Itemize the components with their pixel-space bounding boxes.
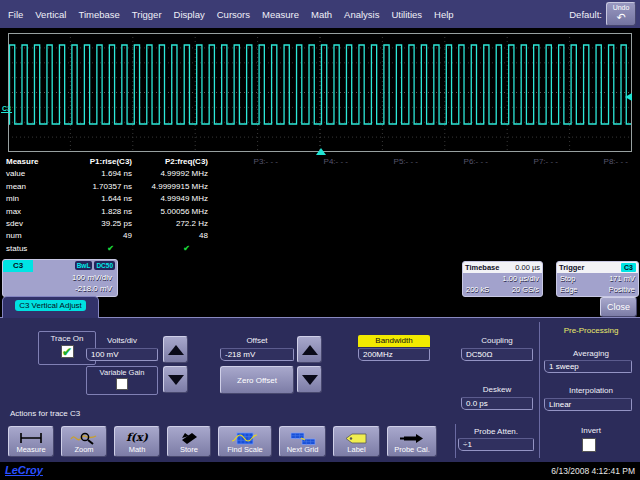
measure-table: MeasureP1:rise(C3)P2:freq(C3)P3:- - -P4:…	[6, 156, 638, 255]
undo-icon: ↶	[616, 12, 625, 23]
label-button[interactable]: Label	[333, 426, 380, 457]
measure-value	[496, 230, 566, 242]
probe-atten-field[interactable]: ÷1	[458, 438, 534, 451]
trigger-level: 171 mV	[609, 273, 635, 284]
offset-field[interactable]: -218 mV	[220, 348, 294, 361]
measure-row-label: sdev	[6, 218, 64, 230]
variable-gain-group: Variable Gain	[86, 366, 158, 395]
math-button[interactable]: f(x) Math	[114, 426, 160, 457]
volts-div-decrease-button[interactable]	[163, 366, 188, 393]
measure-value	[216, 193, 286, 205]
c3-name-chip: C3	[3, 260, 33, 272]
measure-icon	[17, 431, 45, 445]
measure-col-header-p6[interactable]: P6:- - -	[426, 156, 496, 168]
invert-label: Invert	[556, 426, 626, 435]
arrow-up-icon	[302, 345, 318, 355]
trigger-box[interactable]: Trigger C3 Stop 171 mV Edge Positive	[556, 261, 639, 297]
menu-measure[interactable]: Measure	[262, 9, 299, 20]
measure-status	[566, 243, 636, 255]
store-button-label: Store	[180, 445, 198, 454]
measure-col-header-p8[interactable]: P8:- - -	[566, 156, 636, 168]
zoom-button[interactable]: Zoom	[61, 426, 107, 457]
menu-vertical[interactable]: Vertical	[35, 9, 66, 20]
menu-utilities[interactable]: Utilities	[391, 9, 422, 20]
trigger-body: Stop 171 mV Edge Positive	[557, 273, 638, 295]
trigger-header: Trigger C3	[557, 262, 638, 273]
volts-div-increase-button[interactable]	[163, 336, 188, 363]
next-grid-button[interactable]: Next Grid	[279, 426, 326, 457]
volts-div-field[interactable]: 100 mV	[86, 348, 158, 361]
store-button[interactable]: Store	[167, 426, 211, 457]
variable-gain-checkbox[interactable]	[116, 378, 128, 390]
c3-trace	[8, 45, 632, 124]
menu-timebase[interactable]: Timebase	[78, 9, 119, 20]
c3-descriptor-box[interactable]: C3 BwL DC50 100 mV/div -218.0 mV	[2, 259, 118, 297]
averaging-field[interactable]: 1 sweep	[544, 360, 632, 373]
volts-div-label: Volts/div	[86, 336, 158, 345]
measure-col-header-p3[interactable]: P3:- - -	[216, 156, 286, 168]
measure-status	[216, 243, 286, 255]
timebase-box[interactable]: Timebase 0.00 µs 1.00 µs/div 200 kS 20 G…	[462, 261, 543, 297]
probe-cal-button[interactable]: Probe Cal.	[387, 426, 437, 457]
trigger-position-marker[interactable]	[316, 148, 326, 155]
measure-col-header-p7[interactable]: P7:- - -	[496, 156, 566, 168]
menu-help[interactable]: Help	[434, 9, 454, 20]
bandwidth-field[interactable]: 200MHz	[358, 348, 430, 361]
measure-status: ✔	[64, 243, 140, 255]
c3-channel-marker[interactable]: C3	[1, 105, 12, 113]
tab-label: C3 Vertical Adjust	[15, 300, 86, 311]
measure-value	[566, 230, 636, 242]
close-button[interactable]: Close	[600, 297, 637, 317]
timebase-rate: 20 GS/s	[512, 284, 539, 295]
check-icon: ✔	[62, 347, 72, 357]
status-bar: LeCroy 6/13/2008 4:12:41 PM	[0, 462, 640, 480]
menu-trigger[interactable]: Trigger	[132, 9, 162, 20]
label-icon	[343, 431, 371, 445]
measure-value	[356, 168, 426, 180]
measure-col-header-p5[interactable]: P5:- - -	[356, 156, 426, 168]
measure-value: 1.644 ns	[64, 193, 140, 205]
offset-decrease-button[interactable]	[297, 366, 322, 393]
measure-value: 1.694 ns	[64, 168, 140, 180]
deskew-field[interactable]: 0.0 ps	[461, 397, 533, 410]
coupling-field[interactable]: DC50Ω	[461, 348, 533, 361]
undo-button[interactable]: Undo ↶	[606, 2, 636, 26]
offset-increase-button[interactable]	[297, 336, 322, 363]
timebase-body: 1.00 µs/div 200 kS 20 GS/s	[463, 273, 542, 295]
trace-on-checkbox[interactable]: ✔	[61, 345, 74, 358]
trigger-slope: Positive	[609, 284, 635, 295]
menu-math[interactable]: Math	[311, 9, 332, 20]
measure-value	[566, 168, 636, 180]
menu-cursors[interactable]: Cursors	[217, 9, 250, 20]
probe-cal-icon	[398, 431, 426, 445]
find-scale-button-label: Find Scale	[227, 445, 262, 454]
measure-value	[216, 206, 286, 218]
find-scale-icon	[230, 431, 260, 445]
preprocessing-title: Pre-Processing	[545, 326, 637, 335]
menu-file[interactable]: File	[8, 9, 23, 20]
measure-value	[356, 206, 426, 218]
measure-col-header-p1[interactable]: P1:rise(C3)	[64, 156, 140, 168]
measure-value	[286, 218, 356, 230]
tab-c3-vertical-adjust[interactable]: C3 Vertical Adjust	[2, 296, 99, 318]
menu-display[interactable]: Display	[174, 9, 205, 20]
toolbar-divider	[455, 424, 456, 458]
lecroy-logo[interactable]: LeCroy	[5, 464, 43, 476]
timebase-scale: 1.00 µs/div	[463, 273, 542, 284]
measure-col-header-p4[interactable]: P4:- - -	[286, 156, 356, 168]
oscilloscope-screen: FileVerticalTimebaseTriggerDisplayCursor…	[0, 0, 640, 480]
menu-items: FileVerticalTimebaseTriggerDisplayCursor…	[0, 9, 454, 20]
measure-value	[356, 193, 426, 205]
measure-value	[286, 193, 356, 205]
menu-analysis[interactable]: Analysis	[344, 9, 379, 20]
measure-row-label: min	[6, 193, 64, 205]
measure-col-header-p2[interactable]: P2:freq(C3)	[140, 156, 216, 168]
interpolation-field[interactable]: Linear	[544, 398, 632, 411]
zero-offset-button[interactable]: Zero Offset	[220, 366, 294, 394]
measure-value	[286, 181, 356, 193]
trigger-level-marker[interactable]	[625, 93, 632, 101]
invert-checkbox[interactable]	[582, 438, 596, 452]
measure-button[interactable]: Measure	[8, 426, 54, 457]
find-scale-button[interactable]: Find Scale	[218, 426, 272, 457]
coupling-label: Coupling	[461, 336, 533, 345]
